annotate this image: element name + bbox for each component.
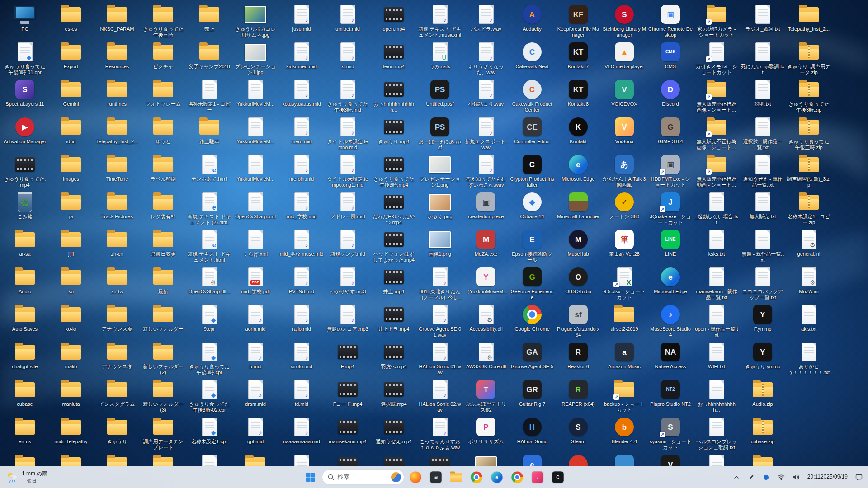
desktop-icon[interactable]: cubase.zip <box>740 414 786 452</box>
desktop-icon[interactable]: Minecraft Launcher <box>555 189 601 227</box>
desktop-icon[interactable]: インスタグラム <box>94 377 140 414</box>
desktop-icon[interactable]: YF.ymmp <box>740 302 786 339</box>
desktop-icon[interactable]: 選択肢.mp4 <box>371 377 417 414</box>
desktop-icon[interactable]: airset2-2019 <box>601 302 647 339</box>
desktop-icon[interactable]: zh-cn <box>94 227 140 264</box>
desktop-icon[interactable]: CCrypton Product Installer <box>509 152 555 189</box>
desktop-icon[interactable]: ✓ノートン 360 <box>601 189 647 227</box>
desktop-icon[interactable]: 筆筆まめ Ver.28 <box>601 227 647 264</box>
desktop-icon[interactable]: e <box>509 452 555 466</box>
desktop-icon[interactable]: 名称未設定1 - コピー.zip <box>786 189 832 227</box>
desktop-icon[interactable]: 新しいフォルダー (2) <box>140 339 186 377</box>
desktop-icon[interactable]: ▲VLC media player <box>601 39 647 77</box>
taskbar-app-studio-app[interactable]: C <box>549 468 567 486</box>
desktop-icon[interactable]: NT2Piapro Studio NT2 <box>647 377 693 414</box>
desktop-icon[interactable]: 井上ドラ.mp4 <box>371 302 417 339</box>
desktop-icon[interactable]: ♪よりうざくなった。wav <box>463 39 509 77</box>
desktop-icon[interactable]: Auto Saves <box>2 302 48 339</box>
desktop-icon[interactable]: 選択肢 - 親作品一覧.txt <box>740 114 786 152</box>
desktop-icon[interactable] <box>371 452 417 466</box>
desktop-icon[interactable]: e新規 テキスト ドキュメント.html <box>186 227 232 264</box>
desktop-icon[interactable]: YukkuriMovieM... <box>232 114 278 152</box>
desktop-icon[interactable]: CCakewalk Next <box>509 39 555 77</box>
desktop-icon[interactable]: 売上 <box>186 2 232 39</box>
hidden-icons-button[interactable] <box>729 468 744 486</box>
desktop-icon[interactable] <box>48 452 94 466</box>
desktop-icon[interactable] <box>601 452 647 466</box>
desktop-icon[interactable]: 通知うぜえ.mp4 <box>371 414 417 452</box>
desktop-icon[interactable]: ♪mid_学校.mid <box>278 189 325 227</box>
desktop-icon[interactable]: manisekarin.mp4 <box>325 414 371 452</box>
desktop-icon[interactable]: ♪ <box>278 452 325 466</box>
desktop-icon[interactable]: Uうみ.ustx <box>417 39 463 77</box>
desktop-icon[interactable]: cubase <box>2 377 48 414</box>
desktop-icon[interactable]: PSUntitled.ppsf <box>417 77 463 114</box>
desktop-icon[interactable]: WIFI.txt <box>693 339 740 377</box>
desktop-icon[interactable]: HHALion Sonic <box>509 414 555 452</box>
desktop-icon[interactable]: GRGuitar Rig 7 <box>509 377 555 414</box>
desktop-icon[interactable]: きゅうり.mp4 <box>371 114 417 152</box>
desktop-icon[interactable]: ♪b.mid <box>232 339 278 377</box>
desktop-icon[interactable]: ♻ごみ箱 <box>2 189 48 227</box>
desktop-icon[interactable]: SSpectraLayers 11 <box>2 77 48 114</box>
desktop-icon[interactable]: ♪こってゅんｄすおｆｄｓｂふぁ.wav <box>417 414 463 452</box>
desktop-icon[interactable]: Google Chrome <box>509 302 555 339</box>
desktop-icon[interactable] <box>417 452 463 466</box>
desktop-icon[interactable]: ♪001_東北きりたん(ノーマル)_今じゃ... <box>417 264 463 302</box>
desktop-icon[interactable]: ♪dram.mid <box>232 377 278 414</box>
desktop-icon[interactable]: ja <box>48 189 94 227</box>
desktop-icon[interactable]: PDFmid_学校.pdf <box>232 264 278 302</box>
network-tray-button[interactable] <box>774 468 788 486</box>
desktop-icon[interactable]: Gemini <box>48 77 94 114</box>
desktop-icon[interactable]: OOBS Studio <box>555 264 601 302</box>
desktop-icon[interactable]: ♪新規ソング.mid <box>325 227 371 264</box>
desktop-icon[interactable]: ♪無題のスコア.mp3 <box>325 302 371 339</box>
desktop-icon[interactable]: KTKontakt 7 <box>555 39 601 77</box>
desktop-icon[interactable]: ▣↗HDDFMT.exe - ショートカット <box>647 152 693 189</box>
desktop-icon[interactable]: KTKontakt 8 <box>555 77 601 114</box>
tray-clock[interactable]: 20:11 2025/09/19 <box>804 468 851 486</box>
desktop-icon[interactable]: ♪uaaaaaaaaa.mid <box>278 414 325 452</box>
desktop-icon[interactable]: ヘルスコンプレッション＿歌詞.txt <box>693 414 740 452</box>
desktop-icon[interactable]: ♪タイトル未設定.tempo.ong1.mid <box>325 152 371 189</box>
desktop-icon[interactable]: ar-sa <box>2 227 48 264</box>
desktop-icon[interactable]: ⚙general.ini <box>786 227 832 264</box>
start-button[interactable] <box>302 468 320 486</box>
desktop-icon[interactable]: RReaktor 6 <box>555 339 601 377</box>
desktop-icon[interactable]: ♪mid_学校 muse.mid <box>278 227 325 264</box>
desktop-icon[interactable]: ラベル印刷 <box>140 152 186 189</box>
desktop-icon[interactable]: LINELINE <box>647 227 693 264</box>
desktop-icon[interactable]: Telepathy_Inst_2... <box>786 2 832 39</box>
desktop-icon[interactable]: ♪gpt.mid <box>232 414 278 452</box>
desktop-icon[interactable]: id-id <box>48 114 94 152</box>
desktop-icon[interactable] <box>740 452 786 466</box>
desktop-icon[interactable]: ♪rajio.mid <box>278 302 325 339</box>
desktop-icon[interactable]: CEController Editor <box>509 114 555 152</box>
desktop-icon[interactable]: KFKeepforest File Manager <box>555 2 601 39</box>
desktop-icon[interactable]: sfPlogue sforzando x64 <box>555 302 601 339</box>
desktop-icon[interactable]: teion.mp4 <box>371 39 417 77</box>
desktop-icon[interactable]: Yきゅうり.ymmp <box>740 339 786 377</box>
desktop-icon[interactable]: ♪HALion Sonic 01.wav <box>417 339 463 377</box>
desktop-icon[interactable]: ♪わかりやす.mp3 <box>325 264 371 302</box>
desktop-icon[interactable]: 通知うぜえ - 親作品一覧.txt <box>740 152 786 189</box>
desktop-icon[interactable]: くらげ.xml <box>232 227 278 264</box>
desktop-icon[interactable]: ゆうと <box>140 114 186 152</box>
desktop-icon[interactable]: TimeTune <box>94 152 140 189</box>
desktop-icon[interactable]: Audio.zip <box>740 377 786 414</box>
desktop-icon[interactable]: 説明.txt <box>740 77 786 114</box>
desktop-icon[interactable]: ↗backup - ショートカット <box>601 377 647 414</box>
desktop-icon[interactable]: ◆9.cpr <box>186 302 232 339</box>
desktop-icon[interactable]: ↗家の防犯カメラ - ショートカット <box>693 2 740 39</box>
desktop-icon[interactable]: ↗万引きメモ.txt - ショートカット <box>693 39 740 77</box>
desktop-icon[interactable]: ⚙MoZA.ini <box>786 264 832 302</box>
desktop-icon[interactable]: 路上駐車 <box>186 114 232 152</box>
desktop-icon[interactable]: GGIMP 3.0.4 <box>647 114 693 152</box>
desktop-icon[interactable]: ▣Chrome Remote Desktop <box>647 2 693 39</box>
desktop-icon[interactable]: PC <box>2 2 48 39</box>
desktop-icon[interactable]: プレゼンテーション1.png <box>417 152 463 189</box>
desktop-icon[interactable]: ko-kr <box>48 302 94 339</box>
desktop-icon[interactable]: e新規 テキスト ドキュメント (2).html <box>186 189 232 227</box>
desktop-icon[interactable]: ↗無人販売不正行為画像 - ショートカッ... <box>693 77 740 114</box>
desktop-icon[interactable]: 無人販売.txt <box>740 189 786 227</box>
